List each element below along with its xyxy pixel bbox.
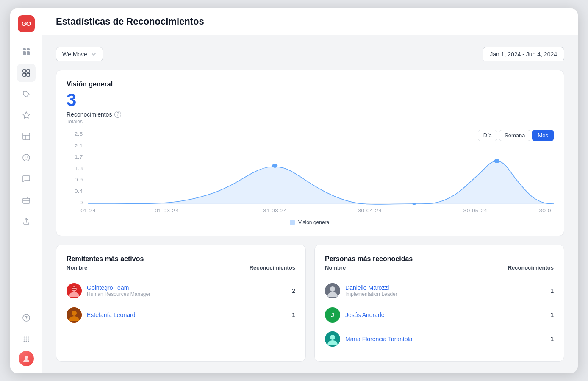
totales-label: Totales	[67, 119, 554, 125]
recipient-avatar-2	[325, 331, 340, 347]
recipients-col-nombre: Nombre	[325, 264, 508, 271]
svg-point-18	[26, 319, 27, 320]
svg-text:31-03-24: 31-03-24	[263, 208, 287, 213]
recipient-row-1: J Jesús Andrade 1	[325, 303, 554, 327]
recipient-info-2: María Florencia Tarantola	[345, 336, 545, 342]
sidebar-item-emoji[interactable]	[17, 148, 36, 167]
sender-count-1: 1	[292, 311, 295, 318]
company-dropdown[interactable]: We Move	[56, 47, 103, 61]
sidebar: GO	[10, 8, 42, 373]
bottom-grid: Remitentes más activos Nombre Reconocimi…	[56, 245, 564, 370]
sender-row: Gointegro Team Human Resources Manager 2	[67, 279, 295, 303]
legend-dot	[290, 220, 295, 225]
sender-avatar-img-1	[67, 307, 82, 323]
sidebar-item-grid[interactable]	[17, 64, 36, 82]
senders-table-header: Nombre Reconocimientos	[67, 264, 295, 275]
user-avatar[interactable]	[19, 351, 34, 366]
svg-rect-46	[72, 289, 76, 290]
senders-title: Remitentes más activos	[67, 255, 295, 263]
chat-icon	[22, 175, 31, 183]
svg-point-26	[25, 340, 27, 342]
svg-point-19	[23, 336, 25, 337]
sidebar-item-tag[interactable]	[17, 85, 36, 103]
svg-rect-5	[27, 70, 30, 72]
svg-text:2.5: 2.5	[75, 131, 83, 136]
sidebar-item-export[interactable]	[17, 212, 36, 231]
svg-text:01-03-24: 01-03-24	[155, 208, 178, 213]
recipient-count-2: 1	[550, 336, 554, 342]
sidebar-item-chat[interactable]	[17, 170, 36, 188]
svg-text:0.4: 0.4	[75, 189, 83, 194]
svg-point-25	[23, 340, 25, 342]
chart-btn-dia[interactable]: Día	[478, 130, 497, 141]
sidebar-item-dashboard[interactable]	[17, 42, 36, 61]
recognitions-label: Reconocimientos	[67, 111, 112, 118]
svg-point-24	[28, 338, 29, 339]
chart-container: Día Semana Mes 2.5 2.1 1.7 1.3 0.9 0.4	[67, 130, 554, 225]
recipient-count-1: 1	[550, 311, 554, 318]
recipient-avatar-img-2	[325, 331, 340, 347]
page-header: Estadísticas de Reconocimientos	[42, 8, 578, 35]
overview-card: Visión general 3 Reconocimientos ? Total…	[56, 70, 564, 236]
sidebar-item-help[interactable]	[17, 309, 36, 327]
recipient-name-2[interactable]: María Florencia Tarantola	[345, 336, 545, 342]
chart-btn-mes[interactable]: Mes	[532, 130, 554, 141]
tag-icon	[22, 90, 31, 98]
svg-text:30-05-24: 30-05-24	[463, 208, 487, 213]
svg-rect-3	[27, 51, 30, 55]
apps-icon	[22, 335, 31, 343]
app-logo[interactable]: GO	[18, 15, 35, 32]
svg-point-12	[23, 154, 30, 161]
recipient-name-1[interactable]: Jesús Andrade	[345, 311, 545, 318]
dashboard-icon	[22, 47, 31, 56]
sidebar-item-layout[interactable]	[17, 127, 36, 146]
user-icon	[22, 354, 31, 363]
chart-area: 2.5 2.1 1.7 1.3 0.9 0.4 0	[67, 130, 554, 216]
chevron-down-icon	[91, 51, 97, 57]
export-icon	[22, 217, 31, 225]
sender-count-0: 2	[292, 287, 295, 294]
svg-point-13	[25, 156, 25, 157]
date-range-label: Jan 1, 2024 - Jun 4, 2024	[490, 51, 557, 58]
svg-text:1.3: 1.3	[75, 166, 83, 171]
svg-rect-9	[23, 133, 30, 140]
peak-dot-1	[272, 164, 278, 168]
recipient-role-0: Implementation Leader	[345, 291, 545, 297]
recipient-info-0: Danielle Marozzi Implementation Leader	[345, 284, 545, 297]
filters-row: We Move Jan 1, 2024 - Jun 4, 2024	[56, 47, 564, 61]
recipient-name-0[interactable]: Danielle Marozzi	[345, 284, 545, 291]
layout-icon	[22, 132, 31, 141]
sender-avatar-1	[67, 307, 82, 323]
info-icon[interactable]: ?	[114, 111, 121, 118]
sender-role-0: Human Resources Manager	[87, 291, 287, 297]
sidebar-item-apps[interactable]	[17, 330, 36, 348]
legend-label: Visión general	[298, 220, 330, 225]
company-label: We Move	[62, 51, 87, 58]
svg-text:01-24: 01-24	[80, 208, 96, 213]
senders-col-reconocimientos: Reconocimientos	[250, 264, 295, 271]
recipient-row-0: Danielle Marozzi Implementation Leader 1	[325, 279, 554, 303]
recipients-title: Personas más reconocidas	[325, 255, 554, 263]
sidebar-item-briefcase[interactable]	[17, 191, 36, 209]
svg-rect-2	[23, 51, 26, 55]
svg-rect-0	[23, 48, 26, 50]
chart-btn-semana[interactable]: Semana	[499, 130, 530, 141]
svg-text:30-0: 30-0	[539, 208, 551, 213]
svg-rect-15	[23, 198, 30, 203]
svg-rect-4	[23, 70, 26, 72]
sidebar-item-star[interactable]	[17, 106, 36, 125]
overview-label-row: Reconocimientos ?	[67, 111, 554, 118]
svg-point-14	[27, 156, 28, 157]
sender-name-0[interactable]: Gointegro Team	[87, 284, 287, 291]
briefcase-icon	[22, 196, 31, 204]
recipients-table-header: Nombre Reconocimientos	[325, 264, 554, 275]
star-icon	[22, 111, 31, 120]
sender-name-1[interactable]: Estefanía Leonardi	[87, 311, 287, 318]
sender-info-0: Gointegro Team Human Resources Manager	[87, 284, 287, 297]
svg-point-21	[28, 336, 29, 337]
svg-point-23	[25, 338, 27, 339]
svg-point-50	[330, 286, 335, 292]
svg-rect-45	[72, 287, 76, 288]
recipient-row-2: María Florencia Tarantola 1	[325, 327, 554, 351]
date-range-button[interactable]: Jan 1, 2024 - Jun 4, 2024	[483, 47, 564, 61]
